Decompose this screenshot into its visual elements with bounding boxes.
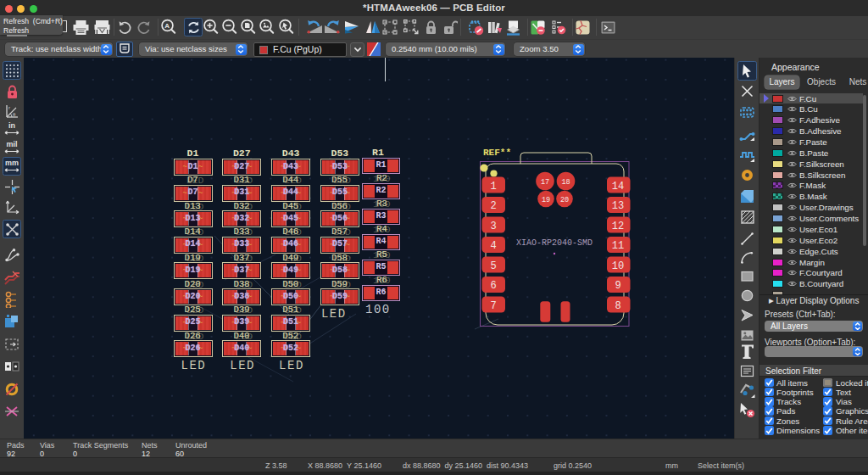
- svg-text:A: A: [164, 22, 170, 30]
- svg-text:14: 14: [612, 181, 624, 193]
- svg-text:mm: mm: [5, 159, 19, 167]
- svg-text:mil: mil: [6, 140, 17, 148]
- svg-text:4: 4: [490, 240, 496, 252]
- svg-text:10: 10: [612, 260, 624, 272]
- svg-text:XIAO-RP2040-SMD: XIAO-RP2040-SMD: [516, 238, 593, 248]
- svg-text:θ: θ: [13, 111, 16, 116]
- svg-text:12: 12: [612, 221, 624, 232]
- svg-text:5: 5: [490, 260, 496, 272]
- svg-text:REF**: REF**: [483, 148, 511, 158]
- svg-text:r: r: [8, 104, 10, 109]
- svg-text:18: 18: [561, 178, 570, 187]
- svg-text:2: 2: [490, 200, 496, 212]
- svg-text:11: 11: [612, 240, 624, 252]
- svg-text:13: 13: [612, 200, 624, 212]
- svg-text:17: 17: [541, 178, 549, 187]
- svg-text:7: 7: [490, 300, 496, 312]
- svg-text:19: 19: [542, 196, 550, 204]
- svg-text:9: 9: [615, 280, 620, 292]
- svg-text:in: in: [8, 121, 15, 130]
- svg-text:6: 6: [490, 280, 496, 292]
- svg-text:20: 20: [560, 196, 569, 204]
- svg-text:8: 8: [615, 300, 620, 312]
- svg-text:1: 1: [490, 181, 496, 193]
- svg-text:3: 3: [490, 221, 496, 232]
